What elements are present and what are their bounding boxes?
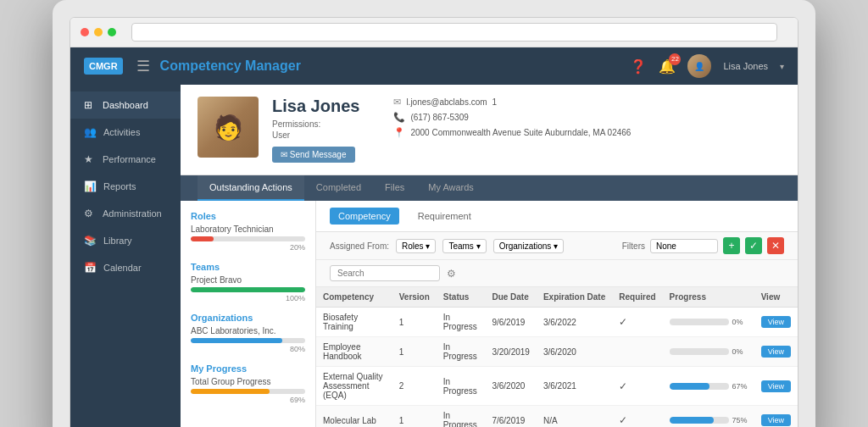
hamburger-icon[interactable]: ☰ — [136, 57, 150, 75]
teams-progress-fill — [191, 287, 305, 292]
address-value: 2000 Commonwealth Avenue Suite Auburndal… — [410, 128, 631, 137]
browser-address[interactable] — [131, 23, 777, 42]
sidebar-item-performance[interactable]: ★ Performance — [70, 146, 181, 173]
filter-check-button[interactable]: ✓ — [745, 237, 762, 254]
email-value: l.jones@abclabs.com — [406, 97, 487, 107]
cell-required: ✓ — [612, 308, 662, 337]
subtab-requirement[interactable]: Requirement — [409, 208, 480, 225]
cell-required: ✓ — [612, 406, 662, 428]
administration-icon: ⚙ — [84, 208, 96, 219]
user-name: Lisa Jones — [723, 61, 768, 71]
tab-completed[interactable]: Completed — [304, 175, 373, 201]
roles-section: Roles Laboratory Technician 20% — [191, 211, 305, 252]
filter-select[interactable]: None — [650, 239, 718, 253]
filters-right: Filters None + ✓ ✕ — [622, 237, 784, 254]
cell-exp-date: 3/6/2020 — [537, 337, 612, 367]
tab-files[interactable]: Files — [373, 175, 416, 201]
teams-dropdown[interactable]: Teams ▾ — [442, 239, 486, 253]
cell-status: In Progress — [437, 367, 486, 406]
gear-icon[interactable]: ⚙ — [447, 268, 456, 280]
cell-required: ✓ — [612, 367, 662, 406]
filter-close-button[interactable]: ✕ — [767, 237, 784, 254]
profile-info: Lisa Jones Permissions: User ✉ Send Mess… — [272, 97, 359, 163]
help-icon[interactable]: ❓ — [630, 58, 647, 75]
sidebar-item-library[interactable]: 📚 Library — [70, 227, 181, 254]
table-area: Competency Version Status Due Date Expir… — [316, 287, 798, 427]
cell-view: View — [754, 367, 798, 406]
sidebar-item-reports[interactable]: 📊 Reports — [70, 173, 181, 200]
cell-exp-date: N/A — [537, 406, 612, 428]
user-dropdown-icon[interactable]: ▾ — [780, 62, 784, 71]
address-row: 📍 2000 Commonwealth Avenue Suite Auburnd… — [393, 127, 631, 138]
sidebar-item-dashboard[interactable]: ⊞ Dashboard — [70, 92, 181, 119]
roles-dropdown[interactable]: Roles ▾ — [396, 239, 436, 253]
search-input[interactable] — [330, 265, 440, 281]
cell-progress: 0% — [663, 308, 754, 337]
sub-tabs-bar: Competency Requirement — [316, 201, 798, 232]
sidebar-item-activities[interactable]: 👥 Activities — [70, 119, 181, 146]
col-due-date: Due Date — [485, 287, 537, 308]
subtab-competency[interactable]: Competency — [330, 208, 399, 225]
app-wrapper: CMGR ☰ Competency Manager ❓ 🔔 22 👤 Lisa … — [70, 47, 798, 427]
cell-competency: Molecular Lab — [316, 406, 392, 428]
sidebar-label-reports: Reports — [103, 181, 136, 191]
send-message-button[interactable]: ✉ Send Message — [272, 147, 355, 163]
activities-icon: 👥 — [84, 126, 97, 138]
organizations-section: Organizations ABC Laboratories, Inc. 80% — [191, 313, 305, 353]
dashboard-icon: ⊞ — [84, 99, 96, 111]
sidebar-item-calendar[interactable]: 📅 Calendar — [70, 254, 181, 281]
phone-icon: 📞 — [393, 112, 405, 123]
tab-my-awards[interactable]: My Awards — [416, 175, 486, 201]
my-progress-section: My Progress Total Group Progress 69% — [191, 363, 305, 404]
table-row: External Quality Assessment (EQA) 2 In P… — [316, 367, 798, 406]
col-version: Version — [392, 287, 437, 308]
cell-progress: 67% — [663, 367, 754, 406]
cell-exp-date: 3/6/2022 — [537, 308, 612, 337]
cell-version: 1 — [392, 406, 437, 428]
phone-row: 📞 (617) 867-5309 — [393, 112, 631, 123]
cell-competency: External Quality Assessment (EQA) — [316, 367, 392, 406]
sidebar-label-dashboard: Dashboard — [103, 100, 148, 110]
browser-bar — [70, 18, 798, 47]
view-button-0[interactable]: View — [761, 316, 791, 328]
cell-status: In Progress — [437, 406, 486, 428]
sidebar-label-performance: Performance — [103, 154, 156, 164]
profile-contact: ✉ l.jones@abclabs.com 1 📞 (617) 867-5309… — [393, 97, 631, 138]
avatar[interactable]: 👤 — [687, 54, 711, 78]
view-button-1[interactable]: View — [761, 346, 791, 358]
email-icon: ✉ — [393, 97, 401, 108]
my-progress-label: 69% — [191, 396, 305, 404]
table-header-row: Competency Version Status Due Date Expir… — [316, 287, 798, 308]
organizations-dropdown[interactable]: Organizations ▾ — [493, 239, 564, 253]
view-button-2[interactable]: View — [761, 380, 791, 392]
tabs-bar: Outstanding Actions Completed Files My A… — [181, 175, 798, 201]
col-view: View — [754, 287, 798, 308]
col-required: Required — [612, 287, 662, 308]
laptop-shell: CMGR ☰ Competency Manager ❓ 🔔 22 👤 Lisa … — [53, 0, 815, 427]
filter-add-button[interactable]: + — [723, 237, 740, 254]
notifications-icon[interactable]: 🔔 22 — [659, 58, 676, 75]
org-progress-bg — [191, 338, 305, 343]
app-title: Competency Manager — [160, 58, 301, 74]
profile-header: 🧑 Lisa Jones Permissions: User ✉ Send Me… — [181, 85, 798, 175]
right-panel: Competency Requirement Assigned From: Ro… — [316, 201, 798, 427]
roles-progress-bg — [191, 236, 305, 241]
profile-role: User — [272, 130, 359, 140]
tab-outstanding-actions[interactable]: Outstanding Actions — [198, 175, 304, 201]
profile-name: Lisa Jones — [272, 97, 359, 116]
notification-badge: 22 — [669, 53, 681, 65]
col-progress: Progress — [663, 287, 754, 308]
sidebar-item-administration[interactable]: ⚙ Administration — [70, 200, 181, 227]
table-row: Biosafety Training 1 In Progress 9/6/201… — [316, 308, 798, 337]
cell-progress: 0% — [663, 337, 754, 367]
lab-tech-name: Laboratory Technician — [191, 225, 305, 234]
cell-version: 2 — [392, 367, 437, 406]
competency-table: Competency Version Status Due Date Expir… — [316, 287, 798, 427]
cell-required — [612, 337, 662, 367]
dot-red — [81, 28, 89, 36]
profile-avatar: 🧑 — [198, 97, 259, 158]
view-button-3[interactable]: View — [761, 414, 791, 426]
col-competency: Competency — [316, 287, 392, 308]
cell-competency: Biosafety Training — [316, 308, 392, 337]
cell-view: View — [754, 337, 798, 367]
